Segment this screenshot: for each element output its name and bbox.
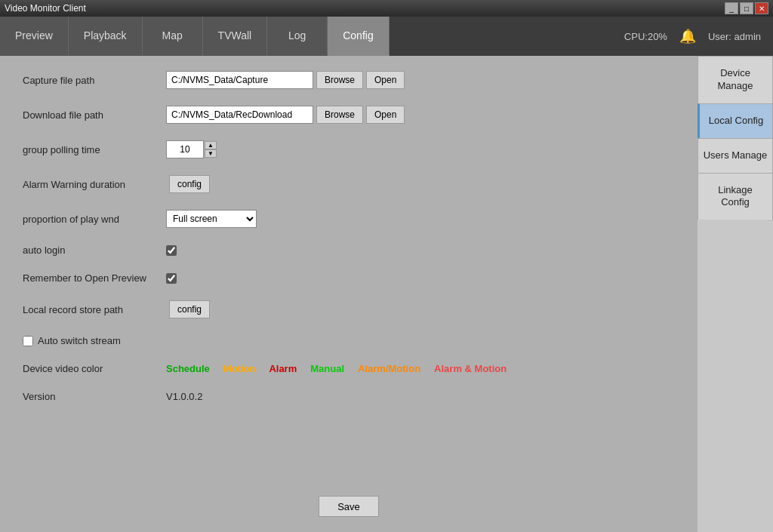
right-sidebar: Device Manage Local Config Users Manage … (698, 56, 773, 532)
auto-login-label: auto login (23, 244, 166, 256)
polling-time-row: group polling time ▲ ▼ (23, 140, 675, 158)
content-area: Capture file path Browse Open Download f… (0, 56, 698, 532)
sidebar-linkage-config[interactable]: Linkage Config (698, 173, 773, 220)
capture-file-path-row: Capture file path Browse Open (23, 71, 675, 89)
record-path-row: Local record store path config (23, 300, 675, 318)
tab-preview[interactable]: Preview (0, 17, 69, 56)
legend-alarm: Alarm (269, 363, 297, 374)
legend-alarm-and-motion: Alarm & Motion (434, 363, 507, 374)
tab-config[interactable]: Config (328, 17, 389, 56)
legend-manual: Manual (310, 363, 344, 374)
polling-label: group polling time (23, 144, 166, 155)
restore-button[interactable]: □ (740, 2, 753, 14)
nav-status: CPU:20% 🔔 User: admin (624, 17, 773, 56)
save-area: Save (319, 496, 379, 517)
nav-bar: Preview Playback Map TVWall Log Config C… (0, 17, 773, 56)
alarm-label: Alarm Warning duration (23, 179, 166, 190)
tab-map[interactable]: Map (143, 17, 203, 56)
minimize-button[interactable]: _ (725, 2, 738, 14)
spin-down-button[interactable]: ▼ (205, 149, 217, 158)
title-bar: Video Monitor Client _ □ ✕ (0, 0, 773, 17)
user-status: User: admin (708, 31, 761, 42)
download-file-path-row: Download file path Browse Open (23, 106, 675, 124)
window-controls: _ □ ✕ (725, 2, 768, 14)
close-button[interactable]: ✕ (755, 2, 768, 14)
capture-label: Capture file path (23, 75, 166, 86)
legend-motion: Motion (223, 363, 256, 374)
video-color-row: Device video color Schedule Motion Alarm… (23, 363, 675, 374)
color-legend: Schedule Motion Alarm Manual Alarm/Motio… (166, 363, 507, 374)
auto-login-checkbox[interactable] (166, 245, 177, 256)
main-layout: Capture file path Browse Open Download f… (0, 56, 773, 532)
spin-up-button[interactable]: ▲ (205, 141, 217, 149)
remember-preview-checkbox[interactable] (166, 273, 177, 284)
tab-log[interactable]: Log (267, 17, 328, 56)
alarm-duration-row: Alarm Warning duration config (23, 175, 675, 193)
version-row: Version V1.0.0.2 (23, 391, 675, 402)
legend-schedule: Schedule (166, 363, 210, 374)
capture-browse-button[interactable]: Browse (316, 71, 363, 89)
bell-icon: 🔔 (679, 28, 696, 45)
auto-switch-row: Auto switch stream (23, 335, 675, 346)
play-wnd-label: proportion of play wnd (23, 214, 166, 225)
spinner-buttons: ▲ ▼ (205, 141, 217, 158)
cpu-status: CPU:20% (624, 31, 667, 42)
auto-login-row: auto login (23, 244, 675, 256)
polling-spinner: ▲ ▼ (166, 140, 217, 158)
download-open-button[interactable]: Open (366, 106, 405, 124)
tab-playback[interactable]: Playback (69, 17, 143, 56)
version-label: Version (23, 391, 166, 402)
window-title: Video Monitor Client (5, 3, 86, 14)
alarm-config-button[interactable]: config (169, 175, 210, 193)
sidebar-device-manage[interactable]: Device Manage (698, 56, 773, 103)
version-value: V1.0.0.2 (166, 391, 202, 402)
video-color-label: Device video color (23, 363, 166, 374)
legend-alarm-motion: Alarm/Motion (358, 363, 420, 374)
tab-tvwall[interactable]: TVWall (203, 17, 268, 56)
capture-open-button[interactable]: Open (366, 71, 405, 89)
play-wnd-select[interactable]: Full screen 4:3 16:9 (166, 210, 257, 228)
capture-input[interactable] (166, 71, 313, 89)
sidebar-local-config[interactable]: Local Config (698, 103, 773, 138)
download-input[interactable] (166, 106, 313, 124)
record-config-button[interactable]: config (169, 300, 210, 318)
download-browse-button[interactable]: Browse (316, 106, 363, 124)
auto-switch-label: Auto switch stream (38, 335, 121, 346)
remember-preview-row: Remember to Open Preview (23, 272, 675, 284)
sidebar-users-manage[interactable]: Users Manage (698, 138, 773, 173)
record-path-label: Local record store path (23, 304, 166, 315)
polling-input[interactable] (166, 140, 204, 158)
download-label: Download file path (23, 109, 166, 121)
save-button[interactable]: Save (319, 496, 379, 517)
remember-label: Remember to Open Preview (23, 272, 166, 284)
auto-switch-checkbox[interactable] (23, 336, 33, 346)
play-wnd-row: proportion of play wnd Full screen 4:3 1… (23, 210, 675, 228)
